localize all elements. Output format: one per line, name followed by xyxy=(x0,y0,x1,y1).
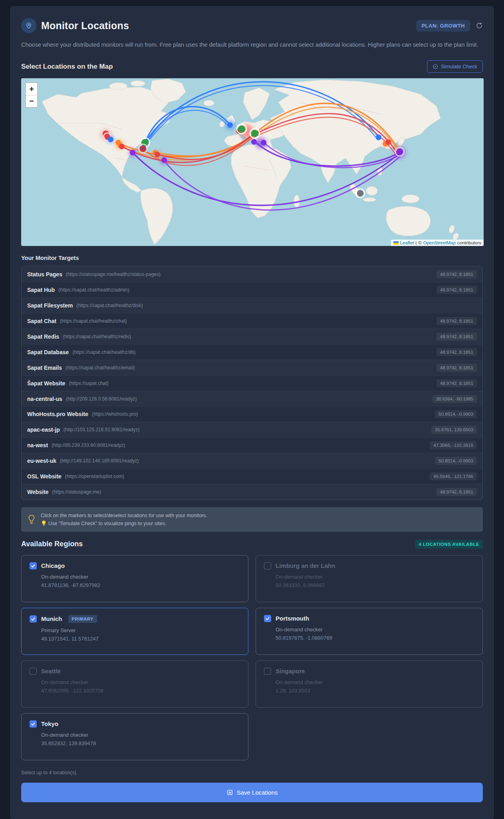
region-card-chicago[interactable]: Chicago On-demand checker 41.8781136, -8… xyxy=(21,555,248,602)
target-row: OSL Website(https://openstartuplist.com)… xyxy=(22,468,482,484)
target-name: Sapat Hub xyxy=(27,287,55,293)
target-url: (http://149.102.146.185:8081/readyz) xyxy=(60,458,139,464)
osm-link[interactable]: OpenStreetMap xyxy=(423,240,456,245)
map-attribution: Leaflet | © OpenStreetMap contributors xyxy=(391,240,484,246)
target-row: Status Pages(https://statuspage.me/healt… xyxy=(22,266,482,282)
target-url: (https://sapat.chat/healthz/chat) xyxy=(60,318,127,324)
region-card-portsmouth[interactable]: Portsmouth On-demand checker 50.8197675,… xyxy=(256,608,483,655)
page-title: Monitor Locations xyxy=(41,20,129,32)
target-name: Sapat Emails xyxy=(27,365,62,371)
refresh-icon[interactable] xyxy=(476,22,483,29)
region-card-limburg[interactable]: Limburg an der Lahn On-demand checker 50… xyxy=(256,555,483,602)
target-coords-badge: 50.8514, -0.9903 xyxy=(435,457,477,465)
ukraine-flag-icon xyxy=(393,241,399,245)
region-desc: On-demand checker xyxy=(41,732,240,738)
region-card-tokyo[interactable]: Tokyo On-demand checker 35.652832, 139.8… xyxy=(21,713,248,760)
region-card-seattle[interactable]: Seattle On-demand checker 47.6062095, -1… xyxy=(21,660,248,708)
target-coords-badge: 48.9742, 8.1851 xyxy=(437,348,477,356)
target-url: (https://statuspage.me/healthz/status-pa… xyxy=(66,272,161,277)
target-name: WhoHosts.pro Website xyxy=(27,411,88,417)
target-coords-badge: 47.3066, -122.2619 xyxy=(430,441,477,449)
region-desc: Primary Server xyxy=(41,627,240,633)
target-coords-badge: 48.9742, 8.1851 xyxy=(437,379,477,387)
checkbox-unchecked-icon[interactable] xyxy=(264,562,271,569)
locations-available-badge: 4 LOCATIONS AVAILABLE xyxy=(415,540,483,549)
checkbox-checked-icon[interactable] xyxy=(30,615,37,623)
region-desc: On-demand checker xyxy=(276,574,474,580)
region-coords: 50.8197675, -1.0880769 xyxy=(276,635,474,641)
target-name: Sapat Redis xyxy=(27,333,59,340)
attribution-separator: | xyxy=(415,240,417,245)
region-name: Seattle xyxy=(41,668,61,674)
target-url: (https://sapat.chat/healthz/email) xyxy=(65,365,135,371)
target-row: Sapat Chat(https://sapat.chat/healthz/ch… xyxy=(22,313,482,329)
save-button-label: Save Locations xyxy=(237,789,278,796)
target-name: Status Pages xyxy=(27,271,62,278)
tip-line-1: Click on the markers to select/deselect … xyxy=(41,512,207,520)
target-url: (https://sapat.chat/healthz/disk) xyxy=(76,303,143,308)
region-card-singapore[interactable]: Singapore On-demand checker 1.29, 103.85… xyxy=(256,660,483,708)
target-coords-badge: 48.9742, 8.1851 xyxy=(437,317,477,325)
region-desc: On-demand checker xyxy=(41,574,240,580)
map-zoom-control: + − xyxy=(25,82,38,108)
plan-badge: PLAN: GROWTH xyxy=(416,20,470,32)
target-coords-badge: 48.9742, 8.1851 xyxy=(437,364,477,372)
regions-heading: Available Regions xyxy=(21,540,83,548)
checkbox-checked-icon[interactable] xyxy=(264,615,271,622)
target-coords-badge: 48.9742, 8.1851 xyxy=(437,488,477,496)
target-row: Sapat Redis(https://sapat.chat/healthz/r… xyxy=(22,329,482,344)
tip-line-2: 💡 Use "Simulate Check" to visualize ping… xyxy=(41,520,207,527)
select-limit-note: Select up to 4 location(s). xyxy=(21,770,483,775)
world-map[interactable]: + − Leaflet | © OpenStreetMap contributo… xyxy=(21,78,484,246)
checkbox-checked-icon[interactable] xyxy=(30,562,37,569)
region-name: Singapore xyxy=(276,668,305,674)
region-name: Tokyo xyxy=(41,720,58,727)
checkbox-unchecked-icon[interactable] xyxy=(264,668,271,675)
target-row: Sapat Hub(https://sapat.chat/healthz/adm… xyxy=(22,282,482,297)
target-name: apac-east-jp xyxy=(27,426,60,433)
target-row: na-central-us(http://209.126.0.56:8081/r… xyxy=(22,391,482,407)
region-coords: 41.8781136, -87.6297982 xyxy=(41,582,240,588)
region-card-munich[interactable]: Munich PRIMARY Primary Server 48.1371541… xyxy=(21,608,248,655)
target-name: Sapat Database xyxy=(27,349,69,355)
target-row: Sapat Filesystem(https://sapat.chat/heal… xyxy=(22,297,482,313)
target-name: Sapat Chat xyxy=(27,318,56,324)
region-desc: On-demand checker xyxy=(276,627,474,633)
region-coords: 50.383333, 8.066667 xyxy=(276,582,474,588)
target-row: eu-west-uk(http://149.102.146.185:8081/r… xyxy=(22,453,482,468)
map-section-title: Select Locations on the Map xyxy=(21,63,113,71)
target-coords-badge: 48.9742, 8.1851 xyxy=(437,286,477,294)
zoom-in-button[interactable]: + xyxy=(26,83,37,95)
target-url: (http://103.125.216.51:8081/readyz) xyxy=(63,427,140,432)
target-row: Sapat Emails(https://sapat.chat/healthz/… xyxy=(22,360,482,375)
target-coords-badge: 48.9742, 8.1851 xyxy=(437,270,477,278)
target-url: (https://whohosts.pro) xyxy=(92,411,138,417)
target-url: (https://statuspage.me) xyxy=(52,489,101,495)
tip-box: Click on the markers to select/deselect … xyxy=(21,507,483,532)
simulate-check-button[interactable]: Simulate Check xyxy=(427,60,483,73)
checkbox-checked-icon[interactable] xyxy=(30,720,37,728)
lightbulb-icon xyxy=(28,514,36,525)
target-url: (https://openstartuplist.com) xyxy=(65,474,124,479)
region-desc: On-demand checker xyxy=(276,679,474,685)
region-name: Portsmouth xyxy=(276,615,309,622)
targets-heading: Your Monitor Targets xyxy=(21,255,483,261)
region-desc: On-demand checker xyxy=(41,679,240,685)
target-url: (https://sapat.chat/healthz/admin) xyxy=(58,287,129,293)
target-name: Website xyxy=(27,489,48,495)
leaflet-link[interactable]: Leaflet xyxy=(400,240,414,245)
target-coords-badge: 45.5945, -121.1786 xyxy=(430,472,477,480)
target-url: (https://sapat.chat/healthz/redis) xyxy=(63,334,131,339)
simulate-check-label: Simulate Check xyxy=(441,63,477,69)
target-name: eu-west-uk xyxy=(27,458,56,464)
checkbox-unchecked-icon[interactable] xyxy=(30,668,37,675)
target-name: OSL Website xyxy=(27,473,62,480)
region-coords: 47.6062095, -122.3320708 xyxy=(41,688,240,694)
header: Monitor Locations PLAN: GROWTH xyxy=(21,18,483,33)
region-name: Limburg an der Lahn xyxy=(276,562,335,569)
save-locations-button[interactable]: Save Locations xyxy=(21,783,483,802)
target-name: na-central-us xyxy=(27,396,62,402)
zoom-out-button[interactable]: − xyxy=(26,95,37,107)
region-coords: 35.652832, 139.839478 xyxy=(41,740,240,746)
target-name: na-west xyxy=(27,442,48,448)
